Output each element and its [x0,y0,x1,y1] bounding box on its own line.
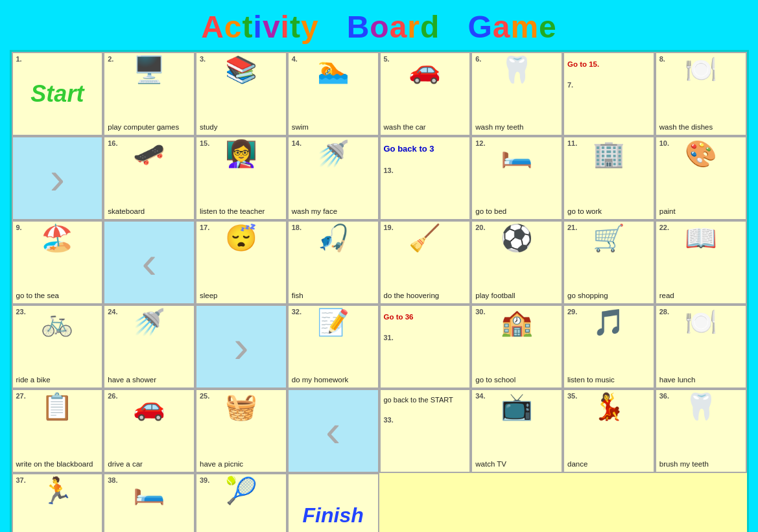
cell-14: 🚿 14. wash my face [287,136,379,220]
cell-37: 🏃 37. run in the park [12,473,104,532]
cell-25-label: have a picnic [200,459,243,469]
cell-18-label: fish [292,291,303,301]
cell-16: 🛹 16. skateboard [103,136,195,220]
cell-18: 🎣 18. fish [287,220,379,305]
cell-11: 🏢 11. go to work [563,136,655,220]
arrow-right-2: › [195,305,287,389]
cell-28-label: have lunch [659,375,696,385]
cell-31-label: Go to 36 [384,312,414,322]
cell-36-label: brush my teeth [659,459,709,469]
arrow-left-1: ‹ [103,220,195,305]
cell-35-label: dance [567,459,587,469]
cell-16-label: skateboard [108,207,145,216]
cell-26-label: drive a car [108,459,143,469]
cell-7: Go to 15. 7. [563,52,655,136]
cell-13-label: Go back to 3 [384,144,434,155]
cell-34: 📺 34. watch TV [471,389,563,473]
finish-label: Finish [303,503,364,527]
cell-5: 🚗 5. wash the car [379,52,471,136]
cell-36: 🦷 36. brush my teeth [655,389,747,473]
cell-33-label: go back to the START [384,395,453,404]
cell-22-label: read [659,291,674,301]
cell-14-label: wash my face [292,207,337,216]
cell-6-label: wash my teeth [475,122,523,132]
cell-33: go back to the START 33. [379,389,471,473]
cell-23-label: ride a bike [16,375,51,385]
cell-10-label: paint [659,207,676,216]
cell-23: 🚲 23. ride a bike [12,305,104,389]
cell-21-label: go shopping [567,291,608,301]
cell-2-label: play computer games [108,122,179,132]
cell-32-label: do my homework [292,375,349,385]
cell-15-label: listen to the teacher [200,207,265,216]
cell-5-label: wash the car [384,122,426,132]
cell-19-label: do the hoovering [384,291,440,301]
cell-34-label: watch TV [475,459,506,469]
cell-4-label: swim [292,122,309,132]
cell-3: 📚 3. study [195,52,287,136]
cell-4: 🏊 4. swim [287,52,379,136]
cell-29: 🎵 29. listen to music [563,305,655,389]
cell-12: 🛏️ 12. go to bed [471,136,563,220]
cell-9-label: go to the sea [16,291,60,301]
cell-27: 📋 27. write on the blackboard [12,389,104,473]
cell-27-label: write on the blackboard [16,459,93,469]
cell-start: Start 1. [12,52,104,136]
cell-11-label: go to work [567,207,602,216]
cell-29-label: listen to music [567,375,615,385]
cell-7-label: Go to 15. [567,60,599,69]
cell-38: 🛏️ 38. make my bed [103,473,195,532]
game-board: Start 1. 🖥️ 2. play computer games 📚 3. … [10,50,749,532]
cell-39: 🎾 39. play tennis [195,473,287,532]
cell-17: 😴 17. sleep [195,220,287,305]
arrow-right-1: › [12,136,104,220]
cell-19: 🧹 19. do the hoovering [379,220,471,305]
start-label: Start [30,80,84,108]
cell-8: 🍽️ 8. wash the dishes [655,52,747,136]
cell-17-label: sleep [200,291,218,301]
cell-12-label: go to bed [475,207,506,216]
cell-28: 🍽️ 28. have lunch [655,305,747,389]
cell-35: 💃 35. dance [563,389,655,473]
cell-8-label: wash the dishes [659,122,713,132]
cell-20: ⚽ 20. play football [471,220,563,305]
cell-finish: Finish [287,473,379,532]
cell-3-label: study [200,122,218,132]
cell-2: 🖥️ 2. play computer games [103,52,195,136]
cell-9: 🏖️ 9. go to the sea [12,220,104,305]
cell-6: 🦷 6. wash my teeth [471,52,563,136]
cell-25: 🧺 25. have a picnic [195,389,287,473]
cell-10: 🎨 10. paint [655,136,747,220]
cell-30: 🏫 30. go to school [471,305,563,389]
page-title: Activity Board Game [201,5,557,50]
cell-30-label: go to school [475,375,515,385]
cell-32: 📝 32. do my homework [287,305,379,389]
arrow-left-2: ‹ [287,389,379,473]
cell-21: 🛒 21. go shopping [563,220,655,305]
cell-26: 🚗 26. drive a car [103,389,195,473]
cell-15: 👩‍🏫 15. listen to the teacher [195,136,287,220]
cell-24-label: have a shower [108,375,156,385]
cell-31: Go to 36 31. [379,305,471,389]
cell-22: 📖 22. read [655,220,747,305]
cell-20-label: play football [475,291,515,301]
cell-13: Go back to 3 13. [379,136,471,220]
cell-24: 🚿 24. have a shower [103,305,195,389]
